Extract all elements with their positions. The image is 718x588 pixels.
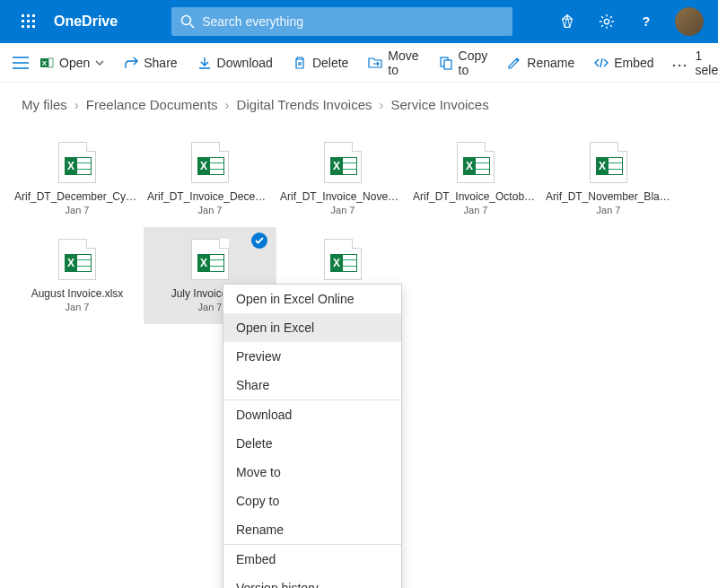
- file-date: Jan 7: [331, 205, 355, 215]
- file-date: Jan 7: [198, 302, 223, 312]
- svg-point-11: [604, 19, 609, 23]
- file-name: Arif_DT_Invoice_December...: [147, 190, 273, 203]
- file-item[interactable]: XArif_DT_Invoice_November...Jan 7: [276, 130, 409, 227]
- premium-icon[interactable]: [549, 0, 585, 43]
- excel-file-icon: X: [191, 239, 229, 280]
- move-label: Move to: [388, 48, 418, 77]
- excel-file-icon: X: [324, 142, 362, 183]
- avatar[interactable]: [675, 7, 704, 36]
- file-name: Arif_DT_Invoice_November...: [280, 190, 406, 203]
- svg-rect-17: [444, 60, 451, 69]
- download-icon: [197, 56, 212, 70]
- svg-rect-0: [22, 14, 24, 17]
- context-menu-item[interactable]: Download: [223, 400, 401, 429]
- selected-check-icon: [251, 233, 267, 249]
- search-box[interactable]: [171, 7, 512, 36]
- rename-label: Rename: [527, 56, 574, 70]
- svg-rect-4: [27, 20, 30, 22]
- context-menu-item[interactable]: Rename: [223, 515, 401, 544]
- context-menu-item[interactable]: Embed: [223, 545, 401, 574]
- svg-rect-2: [32, 14, 35, 17]
- delete-button[interactable]: Delete: [284, 50, 357, 75]
- embed-icon: [594, 56, 609, 70]
- copy-label: Copy to: [459, 48, 488, 77]
- file-item[interactable]: XArif_DT_Invoice_December...Jan 7: [144, 130, 276, 227]
- context-menu-item[interactable]: Copy to: [223, 487, 401, 515]
- file-date: Jan 7: [66, 205, 90, 215]
- share-button[interactable]: Share: [115, 50, 186, 75]
- chevron-down-icon: [95, 60, 104, 66]
- embed-label: Embed: [614, 56, 653, 70]
- svg-rect-15: [48, 58, 53, 67]
- svg-rect-5: [32, 20, 35, 22]
- context-menu-item[interactable]: Version history: [223, 574, 401, 588]
- svg-rect-1: [27, 14, 30, 17]
- share-label: Share: [144, 56, 177, 70]
- svg-point-18: [672, 64, 675, 66]
- context-menu: Open in Excel OnlineOpen in ExcelPreview…: [223, 284, 402, 588]
- selection-count: 1 selected: [696, 48, 718, 77]
- excel-file-icon: X: [324, 239, 362, 280]
- download-button[interactable]: Download: [188, 50, 282, 75]
- svg-point-19: [678, 64, 680, 66]
- file-date: Jan 7: [464, 205, 488, 215]
- move-button[interactable]: Move to: [359, 43, 427, 83]
- delete-icon: [293, 56, 307, 70]
- file-name: Arif_DT_November_Black_F...: [546, 190, 671, 203]
- excel-file-icon: X: [58, 239, 96, 280]
- chevron-right-icon: ›: [74, 97, 79, 112]
- svg-point-20: [683, 64, 686, 66]
- chevron-right-icon: ›: [379, 97, 383, 112]
- file-date: Jan 7: [66, 302, 90, 312]
- settings-icon[interactable]: [589, 0, 625, 43]
- copy-button[interactable]: Copy to: [430, 43, 497, 83]
- file-item[interactable]: XArif_DT_Invoice_October_2...Jan 7: [409, 130, 542, 227]
- svg-rect-7: [27, 25, 30, 28]
- more-button[interactable]: [665, 50, 694, 75]
- file-date: Jan 7: [198, 205, 223, 215]
- breadcrumb: My files › Freelance Documents › Digital…: [0, 83, 718, 123]
- context-menu-item[interactable]: Open in Excel Online: [223, 285, 401, 313]
- breadcrumb-item[interactable]: Service Invoices: [390, 97, 488, 112]
- nav-toggle-icon[interactable]: [13, 57, 29, 69]
- svg-rect-8: [32, 25, 35, 28]
- context-menu-item[interactable]: Open in Excel: [223, 313, 401, 342]
- copy-icon: [439, 56, 453, 70]
- context-menu-item[interactable]: Move to: [223, 458, 401, 487]
- file-item[interactable]: XArif_DT_November_Black_F...Jan 7: [542, 130, 675, 227]
- svg-text:X: X: [42, 59, 48, 67]
- file-date: Jan 7: [597, 205, 621, 215]
- context-menu-item[interactable]: Preview: [223, 342, 401, 371]
- search-icon: [180, 14, 195, 29]
- share-icon: [124, 56, 138, 70]
- file-item[interactable]: XArif_DT_December_Cyber_...Jan 7: [11, 130, 144, 227]
- help-icon[interactable]: ?: [628, 0, 664, 43]
- toolbar-right: 1 selected: [696, 48, 718, 77]
- delete-label: Delete: [312, 56, 348, 70]
- excel-file-icon: X: [58, 142, 96, 183]
- file-item[interactable]: XAugust Invoice.xlsxJan 7: [11, 227, 144, 324]
- excel-icon: X: [39, 56, 54, 70]
- rename-button[interactable]: Rename: [498, 50, 583, 75]
- svg-point-9: [182, 16, 191, 25]
- app-launcher-icon[interactable]: [7, 0, 50, 43]
- excel-file-icon: X: [590, 142, 627, 183]
- app-header: OneDrive ?: [0, 0, 718, 43]
- search-input[interactable]: [202, 14, 503, 29]
- breadcrumb-item[interactable]: Freelance Documents: [86, 97, 218, 112]
- context-menu-item[interactable]: Delete: [223, 429, 401, 458]
- breadcrumb-item[interactable]: My files: [22, 97, 67, 112]
- breadcrumb-item[interactable]: Digital Trends Invoices: [237, 97, 372, 112]
- context-menu-item[interactable]: Share: [223, 371, 401, 399]
- download-label: Download: [217, 56, 273, 70]
- rename-icon: [507, 56, 521, 70]
- embed-button[interactable]: Embed: [585, 50, 662, 75]
- header-right: ?: [549, 0, 711, 43]
- open-button[interactable]: X Open: [31, 50, 113, 75]
- file-name: Arif_DT_Invoice_October_2...: [413, 190, 538, 203]
- excel-file-icon: X: [457, 142, 495, 183]
- command-bar: X Open Share Download Delete Move to Cop…: [0, 43, 718, 83]
- svg-line-10: [190, 24, 195, 29]
- open-label: Open: [59, 56, 90, 70]
- file-name: August Invoice.xlsx: [14, 287, 140, 300]
